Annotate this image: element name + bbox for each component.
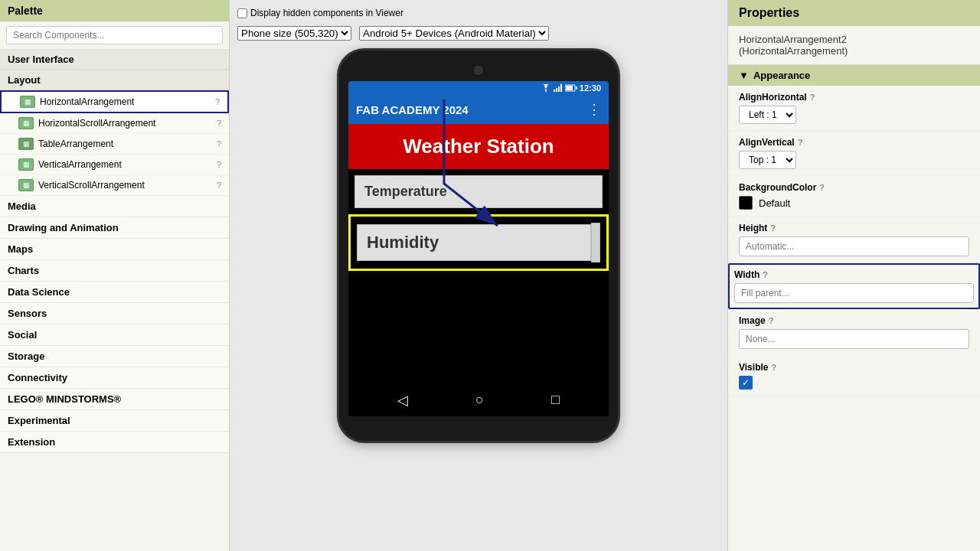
image-help[interactable]: ? (769, 316, 774, 325)
table-arrangement-icon: ▦ (18, 138, 34, 150)
phone-content: Weather Station Temperature Humidity (348, 124, 609, 369)
background-color-box (739, 196, 753, 210)
properties-title: Properties (728, 0, 980, 26)
prop-align-horizontal: AlignHorizontal ? Left : 1 (728, 86, 980, 131)
humidity-scrollbar[interactable] (591, 223, 600, 262)
align-vertical-help[interactable]: ? (798, 138, 803, 147)
phone-camera (474, 66, 483, 75)
temperature-label: Temperature (354, 175, 603, 208)
phone-bottom-bezel (348, 416, 609, 425)
app-bar-menu-icon[interactable]: ⋮ (587, 101, 601, 118)
height-input[interactable] (739, 236, 969, 256)
visible-help[interactable]: ? (771, 363, 776, 372)
humidity-label: Humidity (357, 224, 591, 261)
hidden-components-label[interactable]: Display hidden components in Viewer (237, 8, 403, 18)
image-input[interactable] (739, 329, 969, 349)
phone-nav-bar: ◁ ○ □ (348, 384, 609, 416)
nav-home-btn[interactable]: ○ (475, 392, 484, 409)
palette-section-storage[interactable]: Storage (0, 346, 229, 367)
height-help[interactable]: ? (770, 223, 776, 233)
hidden-components-checkbox[interactable] (237, 8, 247, 18)
temperature-row: Temperature (348, 169, 609, 214)
nav-recent-btn[interactable]: □ (551, 392, 560, 409)
width-input[interactable] (734, 283, 974, 303)
humidity-inner: Humidity (357, 223, 600, 262)
vertical-arrangement-icon: ▦ (18, 158, 34, 171)
nav-back-btn[interactable]: ◁ (397, 392, 408, 409)
humidity-row[interactable]: Humidity (348, 214, 609, 271)
android-version-select[interactable]: Android 5+ Devices (Android Material) (359, 26, 549, 41)
horizontal-scroll-arrangement-icon: ▦ (18, 117, 34, 129)
palette-section-drawing[interactable]: Drawing and Animation (0, 217, 229, 239)
background-color-help[interactable]: ? (819, 183, 825, 192)
palette-search-input[interactable] (6, 26, 223, 44)
svg-rect-1 (554, 90, 555, 92)
palette-item-vertical-scroll-arrangement[interactable]: ▦ VerticalScrollArrangement ? (0, 175, 229, 196)
palette-section-media[interactable]: Media (0, 196, 229, 217)
phone-mockup: 12:30 FAB ACADEMY 2024 ⋮ Weather Station… (337, 48, 620, 443)
weather-header: Weather Station (348, 124, 609, 169)
palette-section-lego[interactable]: LEGO® MINDSTORMS® (0, 389, 229, 410)
visible-checkbox[interactable]: ✓ (739, 376, 753, 390)
prop-align-vertical: AlignVertical ? Top : 1 (728, 131, 980, 176)
phone-app-bar: FAB ACADEMY 2024 ⋮ (348, 95, 609, 124)
prop-visible: Visible ? ✓ (728, 356, 980, 396)
svg-rect-7 (576, 86, 577, 90)
phone-size-select[interactable]: Phone size (505,320) (237, 26, 351, 41)
battery-icon (565, 84, 577, 92)
palette-title: Palette (0, 0, 229, 21)
device-selectors: Phone size (505,320) Android 5+ Devices … (237, 26, 720, 41)
palette-section-extension[interactable]: Extension (0, 432, 229, 453)
palette-section-layout[interactable]: Layout (0, 70, 229, 90)
svg-point-0 (545, 90, 547, 92)
prop-height: Height ? (728, 217, 980, 263)
signal-icon (554, 84, 563, 92)
palette-section-sensors[interactable]: Sensors (0, 303, 229, 324)
svg-rect-6 (566, 86, 573, 90)
phone-screen: 12:30 FAB ACADEMY 2024 ⋮ Weather Station… (348, 81, 609, 416)
status-icons: 12:30 (541, 83, 601, 93)
palette-item-horizontal-scroll-arrangement[interactable]: ▦ HorizontalScrollArrangement ? (0, 113, 229, 134)
prop-align-vertical-label: AlignVertical ? (739, 137, 969, 148)
prop-image: Image ? (728, 309, 980, 356)
appearance-collapse-icon[interactable]: ▼ (739, 70, 749, 81)
phone-black-space (348, 271, 609, 332)
prop-background-color-label: BackgroundColor ? (739, 182, 969, 193)
palette-panel: Palette User Interface Layout ▦ Horizont… (0, 0, 230, 551)
prop-image-label: Image ? (739, 315, 969, 326)
prop-width: Width ? (728, 263, 980, 309)
palette-section-user-interface[interactable]: User Interface (0, 49, 229, 70)
palette-section-social[interactable]: Social (0, 324, 229, 346)
palette-section-connectivity[interactable]: Connectivity (0, 367, 229, 389)
align-horizontal-select[interactable]: Left : 1 (739, 106, 796, 124)
svg-rect-2 (556, 88, 557, 92)
align-vertical-select[interactable]: Top : 1 (739, 151, 796, 169)
svg-rect-4 (560, 84, 562, 92)
prop-width-label: Width ? (734, 269, 974, 280)
app-bar-title: FAB ACADEMY 2024 (356, 103, 469, 116)
weather-header-text: Weather Station (403, 135, 554, 158)
background-color-swatch[interactable]: Default (739, 196, 969, 210)
align-horizontal-help[interactable]: ? (810, 93, 815, 102)
width-help[interactable]: ? (763, 270, 768, 279)
center-toolbar: Display hidden components in Viewer (237, 8, 720, 18)
prop-visible-label: Visible ? (739, 362, 969, 373)
prop-align-horizontal-label: AlignHorizontal ? (739, 92, 969, 103)
center-panel: Display hidden components in Viewer Phon… (230, 0, 727, 551)
properties-appearance-header: ▼ Appearance (728, 65, 980, 86)
palette-item-vertical-arrangement[interactable]: ▦ VerticalArrangement ? (0, 155, 229, 175)
palette-item-horizontal-arrangement[interactable]: ▦ HorizontalArrangement ? (0, 90, 229, 113)
vertical-scroll-arrangement-icon: ▦ (18, 179, 34, 191)
wifi-icon (541, 84, 551, 92)
properties-component-name: HorizontalArrangement2 (HorizontalArrang… (728, 26, 980, 65)
palette-item-table-arrangement[interactable]: ▦ TableArrangement ? (0, 134, 229, 155)
horizontal-arrangement-icon: ▦ (20, 96, 35, 108)
status-time: 12:30 (580, 83, 601, 93)
svg-rect-3 (558, 86, 560, 92)
prop-background-color: BackgroundColor ? Default (728, 176, 980, 217)
palette-section-experimental[interactable]: Experimental (0, 410, 229, 432)
palette-section-charts[interactable]: Charts (0, 260, 229, 282)
properties-panel: Properties HorizontalArrangement2 (Horiz… (727, 0, 980, 551)
palette-section-maps[interactable]: Maps (0, 239, 229, 260)
palette-section-data-science[interactable]: Data Science (0, 282, 229, 303)
